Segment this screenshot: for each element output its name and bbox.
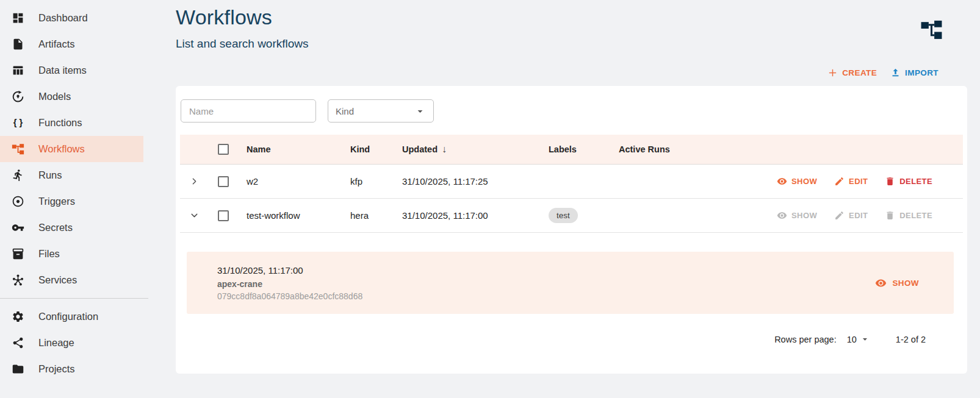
- expanded-run-panel: 31/10/2025, 11:17:00 apex-crane 079cc8df…: [187, 252, 954, 314]
- cell-kind: hera: [342, 210, 394, 221]
- chevron-right-icon: [189, 176, 200, 187]
- gear-icon: [11, 310, 24, 324]
- sidebar-item-label: Artifacts: [38, 38, 75, 50]
- svg-text:{ }: { }: [13, 118, 23, 127]
- table-header-row: Name Kind Updated ↓ Labels Active Runs: [180, 135, 963, 165]
- cell-updated: 31/10/2025, 11:17:00: [394, 210, 541, 221]
- rows-per-page-label: Rows per page:: [774, 335, 837, 344]
- sidebar-item-label: Models: [38, 91, 71, 102]
- column-header-active-runs[interactable]: Active Runs: [611, 144, 690, 154]
- sidebar-item-label: Files: [38, 248, 60, 260]
- eye-icon: [777, 176, 787, 187]
- eye-icon: [777, 210, 787, 221]
- sidebar-item-label: Workflows: [38, 143, 85, 155]
- page-subtitle: List and search workflows: [176, 37, 980, 51]
- sidebar-item-lineage[interactable]: Lineage: [0, 330, 143, 356]
- column-header-name[interactable]: Name: [239, 144, 342, 154]
- select-all-checkbox[interactable]: [218, 144, 229, 155]
- show-button[interactable]: SHOW: [777, 176, 817, 187]
- cell-labels: test: [541, 208, 611, 224]
- key-icon: [11, 221, 24, 235]
- collapse-row-button[interactable]: [180, 210, 208, 221]
- edit-button[interactable]: EDIT: [834, 176, 868, 187]
- table-row: w2 kfp 31/10/2025, 11:17:25 SHOW EDIT: [180, 165, 963, 199]
- page-title: Workflows: [176, 0, 980, 29]
- trash-icon: [885, 210, 895, 221]
- import-button-label: IMPORT: [905, 68, 939, 77]
- cell-kind: kfp: [342, 176, 394, 187]
- sidebar-item-runs[interactable]: Runs: [0, 162, 143, 188]
- folder-icon: [11, 363, 24, 376]
- sidebar-item-triggers[interactable]: Triggers: [0, 188, 143, 215]
- cell-name: test-workflow: [239, 210, 342, 221]
- sidebar-item-files[interactable]: Files: [0, 241, 143, 267]
- pagination-bar: Rows per page: 10 1-2 of 2: [180, 334, 963, 344]
- column-header-kind[interactable]: Kind: [342, 144, 394, 154]
- trash-icon: [885, 176, 895, 187]
- target-icon: [11, 195, 24, 208]
- expand-row-button[interactable]: [180, 176, 208, 187]
- pencil-icon: [834, 210, 845, 221]
- sidebar-item-label: Runs: [38, 169, 62, 181]
- kind-select-label: Kind: [336, 106, 354, 116]
- kind-filter-select[interactable]: Kind: [328, 99, 434, 123]
- sidebar: Dashboard Artifacts Data items Models { …: [0, 0, 153, 398]
- model-training-icon: [11, 90, 24, 104]
- code-braces-icon: { }: [11, 116, 24, 130]
- hub-icon: [11, 274, 24, 287]
- sidebar-item-data-items[interactable]: Data items: [0, 57, 143, 84]
- sidebar-item-secrets[interactable]: Secrets: [0, 215, 143, 241]
- caret-down-icon: [860, 334, 870, 344]
- workflows-table: Name Kind Updated ↓ Labels Active Runs w…: [180, 135, 963, 233]
- cell-name: w2: [239, 176, 342, 187]
- sidebar-item-label: Services: [38, 274, 77, 286]
- sidebar-item-artifacts[interactable]: Artifacts: [0, 31, 143, 57]
- sidebar-item-models[interactable]: Models: [0, 84, 143, 110]
- name-filter-input[interactable]: [181, 99, 316, 123]
- chevron-down-icon: [189, 210, 200, 221]
- upload-icon: [890, 68, 901, 78]
- running-person-icon: [11, 169, 24, 182]
- run-show-button[interactable]: SHOW: [875, 277, 919, 289]
- table-row: test-workflow hera 31/10/2025, 11:17:00 …: [180, 199, 963, 233]
- caret-down-icon: [414, 105, 426, 117]
- delete-button[interactable]: DELETE: [885, 176, 932, 187]
- eye-icon: [875, 277, 887, 289]
- sidebar-item-configuration[interactable]: Configuration: [0, 304, 143, 330]
- row-checkbox[interactable]: [218, 210, 229, 221]
- storage-box-icon: [11, 247, 24, 261]
- sidebar-item-label: Configuration: [38, 311, 98, 322]
- create-button[interactable]: CREATE: [827, 68, 877, 78]
- column-header-labels[interactable]: Labels: [541, 144, 611, 154]
- pencil-icon: [834, 176, 845, 187]
- rows-per-page-select[interactable]: 10: [847, 334, 870, 344]
- sidebar-item-services[interactable]: Services: [0, 267, 143, 293]
- run-timestamp: 31/10/2025, 11:17:00: [217, 265, 362, 275]
- workflows-page-icon: [920, 18, 943, 41]
- create-button-label: CREATE: [842, 68, 877, 77]
- workflow-schema-icon: [11, 143, 24, 156]
- workflows-card: Kind Name Kind Updated ↓ Labels Active R…: [176, 86, 967, 374]
- sidebar-item-dashboard[interactable]: Dashboard: [0, 5, 143, 31]
- sidebar-item-label: Projects: [38, 363, 75, 375]
- sidebar-item-label: Dashboard: [38, 12, 88, 24]
- sort-desc-icon[interactable]: ↓: [442, 144, 447, 155]
- show-button-disabled: SHOW: [777, 210, 817, 221]
- sidebar-item-label: Functions: [38, 117, 82, 129]
- pagination-range: 1-2 of 2: [896, 335, 926, 344]
- row-checkbox[interactable]: [218, 176, 229, 187]
- sidebar-item-projects[interactable]: Projects: [0, 356, 143, 382]
- column-header-updated[interactable]: Updated ↓: [394, 144, 541, 155]
- toolbar: CREATE IMPORT: [176, 68, 939, 78]
- sidebar-item-functions[interactable]: { } Functions: [0, 110, 143, 136]
- run-details: 31/10/2025, 11:17:00 apex-crane 079cc8df…: [217, 265, 362, 301]
- delete-button-disabled: DELETE: [885, 210, 932, 221]
- label-chip: test: [549, 208, 578, 224]
- sidebar-item-label: Secrets: [38, 222, 73, 233]
- import-button[interactable]: IMPORT: [890, 68, 939, 78]
- cell-updated: 31/10/2025, 11:17:25: [394, 176, 541, 187]
- sidebar-item-workflows[interactable]: Workflows: [0, 136, 143, 162]
- artifact-file-icon: [11, 38, 24, 51]
- filters-bar: Kind: [181, 99, 963, 123]
- dashboard-icon: [11, 12, 24, 25]
